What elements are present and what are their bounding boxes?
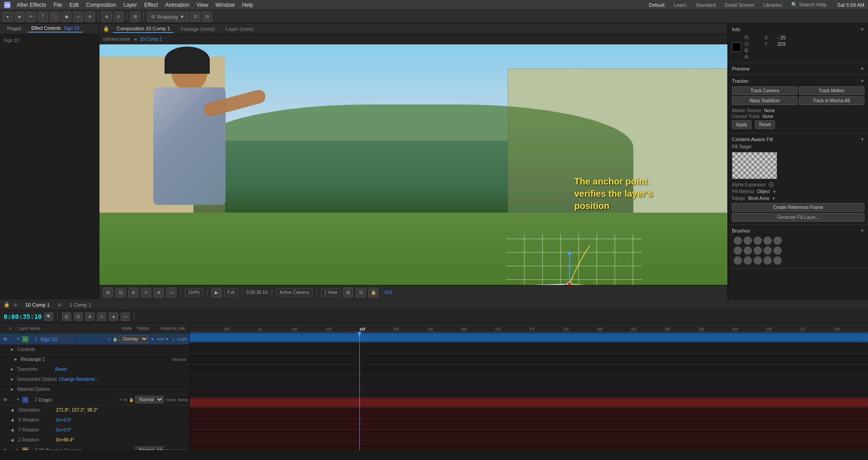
preview-header[interactable]: Preview ▼ xyxy=(732,65,864,73)
brush-6[interactable] xyxy=(734,247,742,255)
playhead[interactable] xyxy=(359,332,360,450)
tool-shape[interactable]: ◈ xyxy=(14,12,24,22)
brush-9[interactable] xyxy=(764,247,772,255)
tracker-header[interactable]: Tracker ▼ xyxy=(732,77,864,85)
tool-pen[interactable]: ✏ xyxy=(26,12,36,22)
tool-brush[interactable]: ⬛ xyxy=(50,12,60,22)
mat-expand[interactable]: ▶ xyxy=(11,387,15,391)
menu-after-effects[interactable]: After Effects xyxy=(14,1,49,9)
layer-1-mode-arrow[interactable]: ▼ xyxy=(151,337,155,341)
workspace-learn[interactable]: Learn xyxy=(671,1,689,9)
info-section-header[interactable]: Info ▼ xyxy=(732,25,864,33)
workspace-search[interactable]: 🔍 Search Help xyxy=(788,1,829,9)
layer-2-blend-mode[interactable]: Normal xyxy=(135,396,164,403)
layer-3-expand[interactable]: ▶ xyxy=(16,448,21,450)
view-mode-control[interactable]: Active Camera xyxy=(276,289,312,296)
caf-collapse[interactable]: ▼ xyxy=(860,137,864,142)
workspace-small-screen[interactable]: Small Screen xyxy=(722,1,757,9)
orient-value[interactable]: 271.8°, 157.2°, 98.2° xyxy=(56,408,98,413)
layer-3-visibility[interactable]: 👁 xyxy=(2,448,8,451)
tc-btn3[interactable]: ⊕ xyxy=(85,313,94,321)
layer-tab[interactable]: Layer (none) xyxy=(222,25,257,33)
layer-1-expand[interactable]: ▼ xyxy=(16,337,21,341)
menu-file[interactable]: File xyxy=(50,1,65,9)
layer-1-visibility[interactable]: 👁 xyxy=(2,337,8,342)
preview-collapse[interactable]: ▼ xyxy=(860,66,864,71)
quality-control[interactable]: Full xyxy=(224,289,238,296)
tracker-apply-btn[interactable]: Apply xyxy=(732,120,751,129)
footage-tab[interactable]: Footage (none) xyxy=(177,25,218,33)
brush-3[interactable] xyxy=(754,237,762,245)
layer-2-expand[interactable]: ▼ xyxy=(16,398,21,402)
brush-4[interactable] xyxy=(764,237,772,245)
timeline-track[interactable]: 20f 1s 34f 10f 35f 20f 34f 36f 20f 37f 2… xyxy=(190,323,868,450)
range-value[interactable]: Work Area xyxy=(748,196,769,201)
warp-stabilizer-btn[interactable]: Warp Stabilizer xyxy=(732,96,797,105)
comp-footer-btn7[interactable]: ▶ xyxy=(212,288,222,298)
xrot-value[interactable]: 0x+0.0° xyxy=(56,417,71,422)
contents-expand[interactable]: ▶ xyxy=(11,347,15,351)
track-camera-btn[interactable]: Track Camera xyxy=(732,86,797,95)
tool-clone[interactable]: ◉ xyxy=(61,12,71,22)
layer-2-visibility[interactable]: 👁 xyxy=(2,397,8,403)
layer-3-row[interactable]: 👁 ▶ 📷 3 3D Tracker Camera Normal None No… xyxy=(0,445,189,450)
comp-name-link[interactable]: 10 Comp 1 xyxy=(140,37,162,42)
brush-7[interactable] xyxy=(744,247,752,255)
comp-footer-btn4[interactable]: ⊙ xyxy=(141,288,151,298)
camera-move-label[interactable]: camera move xyxy=(103,37,131,42)
menu-animation[interactable]: Animation xyxy=(162,1,192,9)
layer-1-blend-mode[interactable]: Overlay Normal xyxy=(119,335,148,343)
geom-change[interactable]: Change Renderer... xyxy=(59,377,98,382)
brush-1[interactable] xyxy=(734,237,742,245)
geom-expand[interactable]: ▶ xyxy=(11,377,15,381)
yrot-value[interactable]: 0x+0.0° xyxy=(56,427,71,432)
layer-1-add[interactable]: Add ▼ xyxy=(157,337,169,341)
comp-footer-btn8[interactable]: ⊞ xyxy=(343,288,353,298)
brush-10[interactable] xyxy=(774,247,782,255)
comp-footer-btn10[interactable]: 🔒 xyxy=(368,288,378,298)
create-ref-frame-btn[interactable]: Create Reference Frame xyxy=(732,203,864,212)
tool-extra2[interactable]: ⊟ xyxy=(202,12,212,22)
tool-text[interactable]: T xyxy=(38,12,48,22)
workspace-standard[interactable]: Standard xyxy=(693,1,718,9)
menu-layer[interactable]: Layer xyxy=(120,1,140,9)
tl-comp-tab[interactable]: 10 Comp 1 xyxy=(21,301,54,308)
fill-method-arrow[interactable]: ▼ xyxy=(773,190,777,194)
tool-extra[interactable]: ⊡ xyxy=(190,12,200,22)
comp-tab[interactable]: Composition 10 Comp 1 xyxy=(113,25,174,33)
workspace-default[interactable]: Default xyxy=(646,1,667,9)
brush-13[interactable] xyxy=(754,256,762,265)
comp-footer-btn3[interactable]: ⊕ xyxy=(128,288,138,298)
effect-controls-tab[interactable]: Effect Controls Sign 10 xyxy=(28,25,83,33)
brush-12[interactable] xyxy=(744,256,752,265)
tc-btn4[interactable]: ⊙ xyxy=(97,313,106,321)
layer-2-lock[interactable]: 🔒 xyxy=(129,398,134,402)
menu-composition[interactable]: Composition xyxy=(83,1,119,9)
tool-orbit[interactable]: ⊙ xyxy=(113,12,123,22)
track-mocha-btn[interactable]: Track in Mocha AE xyxy=(799,96,864,105)
generate-fill-btn[interactable]: Generate Fill Layer... xyxy=(732,213,864,222)
comp-footer-btn5[interactable]: ⊗ xyxy=(154,288,164,298)
tool-roto[interactable]: ⊛ xyxy=(85,12,95,22)
project-tab[interactable]: Project xyxy=(4,25,25,32)
brush-11[interactable] xyxy=(734,256,742,265)
views-control[interactable]: 1 View xyxy=(321,289,341,296)
brush-8[interactable] xyxy=(754,247,762,255)
tc-btn6[interactable]: ▭ xyxy=(121,313,130,321)
tl-render-tab[interactable]: 1 Comp 1 xyxy=(65,301,96,308)
brush-2[interactable] xyxy=(744,237,752,245)
tool-eraser[interactable]: ▭ xyxy=(73,12,83,22)
transform-expand[interactable]: ▶ xyxy=(11,367,15,371)
alpha-expansion-knob[interactable] xyxy=(769,182,774,187)
range-arrow[interactable]: ▼ xyxy=(772,196,776,201)
comp-viewer[interactable]: Active Camera xyxy=(99,44,727,285)
tc-btn1[interactable]: ⊞ xyxy=(62,313,71,321)
layer-3-blend-mode[interactable]: Normal xyxy=(135,446,164,450)
menu-view[interactable]: View xyxy=(193,1,212,9)
brush-15[interactable] xyxy=(774,256,782,265)
layer-2-row[interactable]: 👁 ▼ ○ 2 Origin ✏ fx 🔒 Normal None None xyxy=(0,394,189,405)
tracker-reset-btn[interactable]: Reset xyxy=(755,120,775,129)
layer-1-row[interactable]: 👁 ▼ ▭ 1 Sign 10 ✏ 🔒 Overlay Normal ▼ Add… xyxy=(0,334,189,345)
brushes-collapse[interactable]: ▼ xyxy=(860,228,864,233)
tracker-collapse[interactable]: ▼ xyxy=(860,79,864,83)
